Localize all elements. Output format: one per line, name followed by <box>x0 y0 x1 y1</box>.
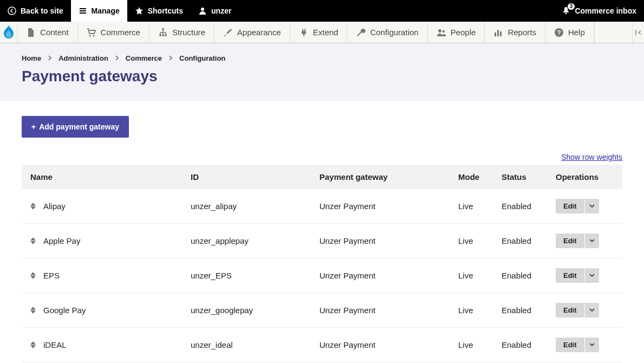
chevron-left-circle-icon <box>8 7 16 15</box>
table-row: iDEALunzer_idealUnzer PaymentLiveEnabled… <box>22 328 622 362</box>
admin-menu-label: Content <box>40 28 69 37</box>
cart-icon <box>87 28 96 37</box>
gateway-id: unzer_ideal <box>184 328 313 362</box>
manage-label: Manage <box>92 7 120 15</box>
admin-menu-label: Help <box>568 28 585 37</box>
breadcrumb-item[interactable]: Configuration <box>179 54 225 62</box>
svg-point-9 <box>438 29 441 33</box>
admin-menu-label: Appearance <box>237 28 281 37</box>
admin-menu-commerce[interactable]: Commerce <box>78 22 149 43</box>
star-icon <box>135 7 144 15</box>
operations-dropdown[interactable] <box>584 338 599 352</box>
breadcrumb-item[interactable]: Home <box>22 54 41 62</box>
gateway-mode: Live <box>452 328 495 362</box>
svg-point-7 <box>165 34 167 36</box>
drag-handle-icon[interactable] <box>30 237 36 244</box>
gateway-plugin: Unzer Payment <box>313 224 452 258</box>
gateway-id: unzer_applepay <box>184 224 313 258</box>
edit-button[interactable]: Edit <box>556 234 584 248</box>
admin-menu-help[interactable]: ?Help <box>545 22 594 43</box>
admin-menu-label: Structure <box>172 28 205 37</box>
gateway-name: Google Pay <box>43 306 86 315</box>
gateway-mode: Live <box>452 258 495 293</box>
svg-rect-8 <box>302 31 306 34</box>
operations-dropdown[interactable] <box>584 268 599 283</box>
svg-rect-11 <box>495 33 496 36</box>
operations-dropdown[interactable] <box>584 199 599 213</box>
admin-menu-structure[interactable]: Structure <box>149 22 214 43</box>
admin-menu-reports[interactable]: Reports <box>485 22 545 43</box>
svg-point-3 <box>93 35 94 36</box>
chevron-right-icon <box>115 55 119 62</box>
breadcrumb-item[interactable]: Administration <box>58 54 108 62</box>
admin-menu-extend[interactable]: Extend <box>290 22 348 43</box>
col-header-gateway: Payment gateway <box>313 165 452 189</box>
chevron-right-icon <box>168 55 173 62</box>
gateway-status: Enabled <box>495 328 549 362</box>
admin-toolbar: Back to site Manage Shortcuts unzer 3 Co… <box>0 0 644 22</box>
gateway-status: Enabled <box>495 293 549 328</box>
drag-handle-icon[interactable] <box>30 203 36 210</box>
svg-point-1 <box>201 8 204 11</box>
admin-menu: ContentCommerceStructureAppearanceExtend… <box>0 22 644 43</box>
gateway-name: iDEAL <box>43 340 67 349</box>
breadcrumb-item[interactable]: Commerce <box>126 54 162 62</box>
edit-button[interactable]: Edit <box>556 338 584 352</box>
wrench-icon <box>356 28 366 37</box>
edit-button[interactable]: Edit <box>556 199 584 213</box>
page-title: Payment gateways <box>22 68 622 85</box>
shortcuts-button[interactable]: Shortcuts <box>127 0 191 22</box>
col-header-id: ID <box>184 165 313 189</box>
gateway-id: unzer_EPS <box>184 258 313 293</box>
gateway-id: unzer_googlepay <box>184 293 313 328</box>
gateway-plugin: Unzer Payment <box>313 258 452 293</box>
back-to-site-button[interactable]: Back to site <box>0 0 71 22</box>
gateway-mode: Live <box>452 224 495 258</box>
drag-handle-icon[interactable] <box>30 272 36 279</box>
admin-menu-label: Commerce <box>101 28 140 37</box>
gateway-plugin: Unzer Payment <box>313 328 452 362</box>
search-cell <box>594 22 633 43</box>
admin-menu-content[interactable]: Content <box>17 22 78 43</box>
collapse-menu-button[interactable] <box>632 22 644 43</box>
admin-menu-label: People <box>451 28 476 37</box>
col-header-status: Status <box>495 165 549 189</box>
operations-dropdown[interactable] <box>584 303 599 317</box>
user-icon <box>198 7 207 15</box>
breadcrumb: HomeAdministrationCommerceConfiguration <box>22 54 622 62</box>
tree-icon <box>158 28 168 37</box>
admin-menu-appearance[interactable]: Appearance <box>214 22 290 43</box>
show-row-weights-link[interactable]: Show row weights <box>561 153 622 161</box>
gateway-plugin: Unzer Payment <box>313 189 452 224</box>
plug-icon <box>299 28 309 37</box>
svg-text:?: ? <box>557 29 561 36</box>
table-row: Apple Payunzer_applepayUnzer PaymentLive… <box>22 224 622 258</box>
operations-dropdown[interactable] <box>584 234 599 248</box>
admin-menu-label: Configuration <box>370 28 418 37</box>
user-menu[interactable]: unzer <box>191 0 239 22</box>
edit-button[interactable]: Edit <box>556 303 584 317</box>
edit-button[interactable]: Edit <box>556 268 584 283</box>
col-header-mode: Mode <box>452 165 495 189</box>
admin-menu-configuration[interactable]: Configuration <box>347 22 427 43</box>
add-payment-gateway-button[interactable]: + Add payment gateway <box>22 116 129 138</box>
gateway-status: Enabled <box>495 224 549 258</box>
table-row: EPSunzer_EPSUnzer PaymentLiveEnabledEdit <box>22 258 622 293</box>
admin-menu-label: Extend <box>313 28 339 37</box>
plus-icon: + <box>31 122 36 131</box>
svg-point-4 <box>162 28 164 30</box>
file-icon <box>26 28 36 37</box>
admin-menu-label: Reports <box>508 28 536 37</box>
bar-icon <box>493 28 503 37</box>
commerce-inbox-button[interactable]: 3 Commerce inbox <box>554 0 644 22</box>
page-content: + Add payment gateway Show row weights N… <box>0 101 644 363</box>
drag-handle-icon[interactable] <box>30 307 36 314</box>
manage-toggle[interactable]: Manage <box>71 0 127 22</box>
gateway-mode: Live <box>452 293 495 328</box>
drag-handle-icon[interactable] <box>30 341 36 348</box>
admin-menu-people[interactable]: People <box>428 22 485 43</box>
svg-rect-13 <box>500 31 502 36</box>
svg-point-2 <box>89 35 90 36</box>
gateway-plugin: Unzer Payment <box>313 293 452 328</box>
drupal-logo[interactable] <box>0 22 17 43</box>
